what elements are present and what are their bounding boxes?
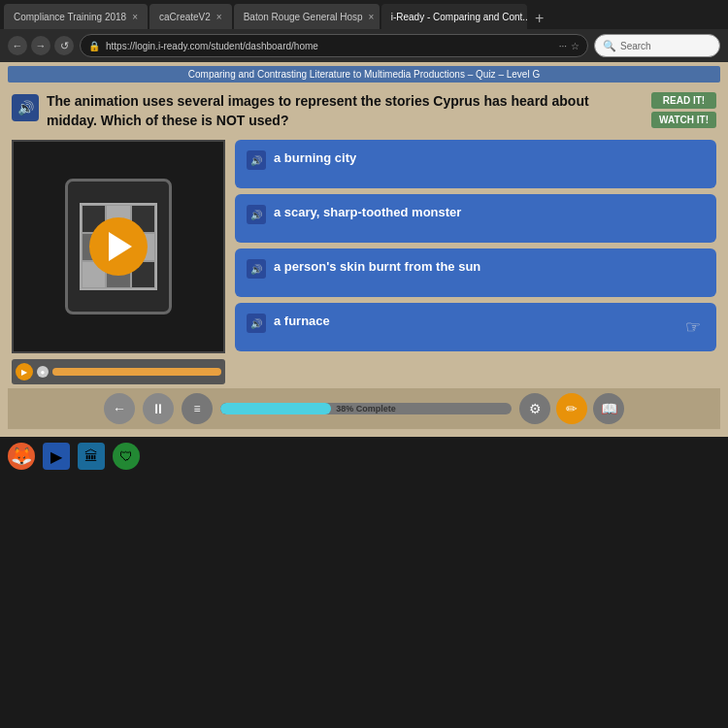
url-icons: ··· ☆ (559, 41, 579, 51)
taskbar: 🦊 ▶ 🏛 🛡 (0, 437, 728, 476)
new-tab-button[interactable]: + (529, 8, 550, 29)
tab-close-baton-rouge[interactable]: × (369, 12, 375, 22)
book-nav-button[interactable]: 📖 (593, 393, 624, 424)
video-progress-bar[interactable] (52, 368, 221, 376)
tab-cacreatev2[interactable]: caCreateV2 × (149, 4, 232, 29)
dots-icon: ··· (559, 41, 567, 51)
tab-bar: Compliance Training 2018 × caCreateV2 × … (0, 0, 728, 29)
answer-option-1[interactable]: 🔊 a burning city (235, 140, 716, 188)
bottom-right-buttons: ⚙ ✏ 📖 (519, 393, 624, 424)
cursor-icon: ☞ (685, 316, 701, 338)
address-bar: ← → ↺ 🔒 https://login.i-ready.com/studen… (0, 29, 728, 62)
search-icon: 🔍 (603, 40, 616, 52)
question-text: The animation uses several images to rep… (47, 92, 640, 130)
back-nav-button[interactable]: ← (104, 393, 135, 424)
answer-text-2: a scary, sharp-toothed monster (274, 204, 461, 221)
tab-compliance[interactable]: Compliance Training 2018 × (4, 4, 148, 29)
progress-label: 38% Complete (220, 404, 512, 414)
answer-text-4: a furnace (274, 313, 330, 330)
video-controls: ▶ ● (12, 359, 225, 384)
tab-iready[interactable]: i-Ready - Comparing and Cont... × (381, 4, 527, 29)
refresh-button[interactable]: ↺ (54, 36, 74, 55)
content-area: Comparing and Contrasting Literature to … (0, 62, 728, 437)
star-icon[interactable]: ☆ (571, 41, 579, 51)
tab-label: Baton Rouge General Hosp (244, 12, 363, 22)
progress-track: 38% Complete (220, 403, 512, 414)
pause-nav-button[interactable]: ⏸ (143, 393, 174, 424)
edit-nav-button[interactable]: ✏ (556, 393, 587, 424)
answer-speaker-icon-3[interactable]: 🔊 (247, 259, 266, 279)
answer-option-3[interactable]: 🔊 a person's skin burnt from the sun (235, 248, 716, 297)
play-button[interactable] (89, 217, 148, 276)
video-play-button[interactable]: ▶ (16, 363, 33, 381)
action-buttons: READ IT! WATCH IT! (651, 92, 716, 128)
taskbar-icon-3[interactable]: 🏛 (78, 443, 105, 470)
quiz-container: 🔊 The animation uses several images to r… (8, 88, 720, 388)
menu-nav-button[interactable]: ≡ (182, 393, 213, 424)
video-section: ▶ ● (12, 140, 225, 384)
read-it-button[interactable]: READ IT! (651, 92, 716, 109)
search-placeholder: Search (620, 41, 651, 51)
video-player[interactable] (12, 140, 225, 353)
watch-it-button[interactable]: WATCH IT! (651, 112, 716, 128)
settings-nav-button[interactable]: ⚙ (519, 393, 550, 424)
answers-section: 🔊 a burning city 🔊 a scary, sharp-toothe… (235, 140, 716, 351)
bottom-bar: ← ⏸ ≡ 38% Complete ⚙ ✏ 📖 (8, 388, 720, 429)
nav-buttons: ← → ↺ (8, 36, 74, 55)
breadcrumb: Comparing and Contrasting Literature to … (8, 66, 720, 83)
url-bar[interactable]: 🔒 https://login.i-ready.com/student/dash… (80, 34, 588, 57)
answer-option-2[interactable]: 🔊 a scary, sharp-toothed monster (235, 194, 716, 243)
lock-icon: 🔒 (88, 41, 100, 51)
question-area: 🔊 The animation uses several images to r… (12, 92, 716, 130)
tab-label: caCreateV2 (159, 12, 211, 22)
taskbar-icon-2[interactable]: ▶ (43, 443, 70, 470)
tab-label: i-Ready - Comparing and Cont... (391, 12, 527, 22)
main-content: ▶ ● 🔊 a burning city 🔊 a scary, sharp-to… (12, 140, 716, 384)
forward-button[interactable]: → (31, 36, 50, 55)
tab-baton-rouge[interactable]: Baton Rouge General Hosp × (234, 4, 380, 29)
tab-close-cacreatev2[interactable]: × (216, 12, 222, 22)
answer-text-3: a person's skin burnt from the sun (274, 258, 480, 276)
answer-text-1: a burning city (274, 149, 356, 167)
browser-chrome: Compliance Training 2018 × caCreateV2 × … (0, 0, 728, 62)
tab-close-compliance[interactable]: × (132, 12, 138, 22)
answer-speaker-icon-2[interactable]: 🔊 (247, 205, 266, 224)
question-speaker-icon[interactable]: 🔊 (12, 94, 39, 121)
url-text: https://login.i-ready.com/student/dashbo… (106, 41, 553, 51)
tab-label: Compliance Training 2018 (14, 12, 126, 22)
search-box[interactable]: 🔍 Search (594, 34, 720, 57)
taskbar-icon-4[interactable]: 🛡 (113, 443, 140, 470)
back-button[interactable]: ← (8, 36, 27, 55)
answer-speaker-icon-4[interactable]: 🔊 (247, 314, 266, 333)
question-text-area: The animation uses several images to rep… (47, 92, 640, 130)
video-dot-button[interactable]: ● (37, 366, 49, 378)
play-triangle-icon (109, 232, 132, 261)
answer-option-4[interactable]: 🔊 a furnace ☞ (235, 303, 716, 351)
firefox-icon[interactable]: 🦊 (8, 443, 35, 470)
answer-speaker-icon-1[interactable]: 🔊 (247, 150, 266, 170)
